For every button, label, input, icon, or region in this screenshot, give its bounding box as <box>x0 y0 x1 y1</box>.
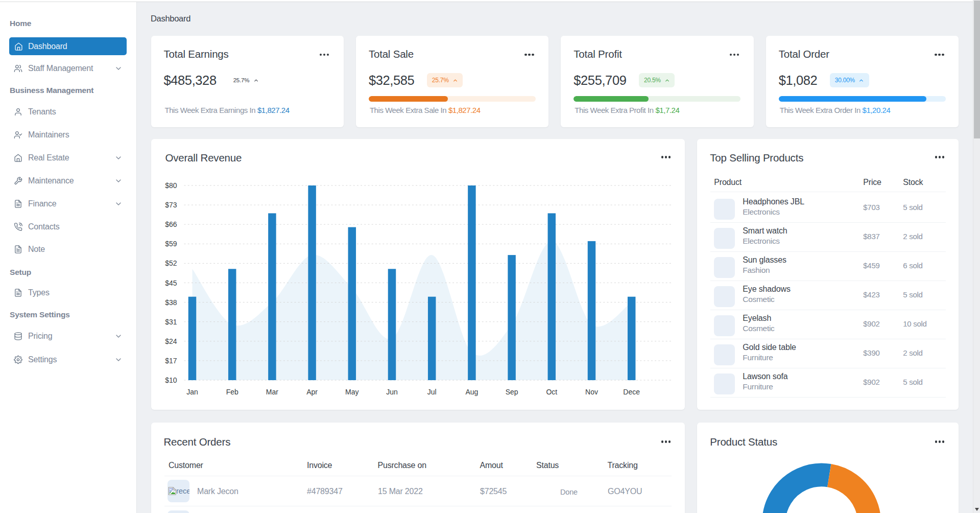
svg-text:Oct: Oct <box>546 388 557 396</box>
svg-text:$52: $52 <box>165 259 177 267</box>
svg-text:Jul: Jul <box>427 388 436 396</box>
svg-text:$24: $24 <box>165 337 177 345</box>
svg-text:$17: $17 <box>165 357 177 365</box>
svg-text:$10: $10 <box>165 376 177 384</box>
svg-text:Sep: Sep <box>505 388 518 396</box>
svg-text:$31: $31 <box>165 318 177 326</box>
svg-text:May: May <box>345 388 358 396</box>
svg-text:Aug: Aug <box>465 388 478 396</box>
svg-text:$80: $80 <box>165 181 177 190</box>
svg-text:Feb: Feb <box>226 388 238 396</box>
svg-text:$73: $73 <box>165 201 177 209</box>
svg-text:$45: $45 <box>165 279 177 287</box>
svg-text:$59: $59 <box>165 240 177 248</box>
svg-text:Nov: Nov <box>585 388 598 396</box>
svg-text:Mar: Mar <box>266 388 278 396</box>
svg-text:$66: $66 <box>165 220 177 228</box>
svg-text:Dece: Dece <box>623 388 640 396</box>
svg-text:Jun: Jun <box>386 388 398 396</box>
svg-text:$38: $38 <box>165 298 177 307</box>
svg-text:Apr: Apr <box>306 388 318 396</box>
svg-text:Jan: Jan <box>186 388 198 396</box>
